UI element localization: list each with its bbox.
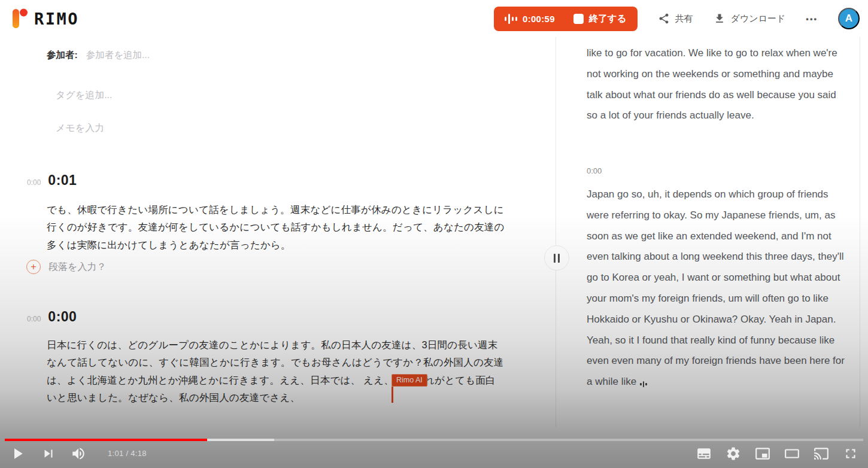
next-icon (41, 446, 56, 461)
transcript-paragraph-ja[interactable]: でも、休暇で行きたい場所について話をしましょう。週末などに仕事が休みのときにリラ… (47, 201, 505, 254)
stop-recording-button[interactable]: 0:00:59 終了する (494, 7, 638, 31)
participants-row: 参加者: 参加者を追加... (47, 49, 150, 62)
play-button[interactable] (8, 445, 26, 463)
more-options-button[interactable]: ••• (806, 14, 818, 23)
rimo-logo-icon (10, 6, 29, 31)
fullscreen-button[interactable] (843, 446, 858, 461)
cast-icon (814, 446, 829, 461)
miniplayer-button[interactable] (755, 446, 770, 461)
transcript-paragraph-en[interactable]: like to go for vacation. We like to go t… (587, 43, 845, 126)
miniplayer-icon (755, 446, 770, 461)
segment-start-time: 0:00 (27, 315, 41, 323)
theater-icon (784, 446, 800, 461)
video-frame: RIMO 0:00:59 終了する 共有 ダウンロード •• (0, 0, 868, 468)
stop-icon (573, 14, 584, 24)
segment-time[interactable]: 0:01 (48, 172, 77, 189)
download-icon (714, 13, 726, 25)
volume-icon (71, 446, 86, 461)
download-button[interactable]: ダウンロード (714, 13, 786, 25)
download-label: ダウンロード (731, 13, 786, 25)
participants-label: 参加者: (47, 49, 78, 62)
recording-elapsed-time: 0:00:59 (523, 14, 555, 24)
panel-resize-handle[interactable] (544, 245, 569, 271)
share-label: 共有 (675, 13, 693, 25)
transcript-body-text: Japan go so, uh, it depends on which gro… (587, 189, 845, 387)
volume-button[interactable] (71, 446, 86, 461)
brand-name: RIMO (34, 10, 79, 28)
gear-icon (726, 446, 741, 461)
transcript-paragraph-en[interactable]: Japan go so, uh, it depends on which gro… (587, 184, 845, 393)
memo-input[interactable]: メモを入力 (56, 122, 104, 135)
transcript-paragraph-ja[interactable]: 日本に行くのは、どのグループの友達のことかによります。私の日本人の友達は、3日間… (47, 336, 505, 407)
theater-mode-button[interactable] (784, 446, 800, 461)
next-button[interactable] (41, 446, 56, 461)
segment-timestamp: 0:00 0:00 (27, 309, 77, 325)
player-controls: 1:01 / 4:18 (0, 441, 868, 468)
segment-start-time: 0:00 (27, 178, 41, 187)
player-controls-right (696, 446, 858, 461)
add-paragraph-button[interactable]: + 段落を入力？ (26, 260, 106, 274)
segment-time[interactable]: 0:00 (48, 309, 77, 325)
rimo-ai-caret (391, 387, 393, 403)
plus-icon: + (26, 260, 41, 274)
rimo-logo: RIMO (10, 6, 79, 31)
player-controls-left: 1:01 / 4:18 (8, 445, 147, 463)
header-actions: 0:00:59 終了する 共有 ダウンロード ••• A (494, 7, 860, 31)
play-icon (8, 445, 26, 463)
time-display: 1:01 / 4:18 (108, 449, 147, 458)
cast-button[interactable] (814, 446, 829, 461)
add-paragraph-label: 段落を入力？ (48, 261, 106, 273)
transcribing-indicator-icon (640, 381, 647, 387)
rimo-ai-cursor-flag: Rimo AI (391, 374, 427, 387)
fullscreen-icon (843, 446, 858, 461)
subtitles-icon (696, 446, 712, 461)
stop-recording-label: 終了する (589, 13, 627, 25)
subtitles-button[interactable] (696, 446, 712, 461)
settings-button[interactable] (726, 446, 741, 461)
recording-waveform-icon (505, 14, 517, 24)
tag-input[interactable]: タグを追加... (56, 89, 112, 102)
share-icon (658, 13, 670, 25)
participants-input[interactable]: 参加者を追加... (86, 49, 150, 62)
share-button[interactable]: 共有 (658, 13, 693, 25)
app-header: RIMO 0:00:59 終了する 共有 ダウンロード •• (0, 0, 868, 37)
user-avatar[interactable]: A (838, 8, 860, 29)
segment-timestamp: 0:00 0:01 (27, 172, 77, 189)
transcript-time-label: 0:00 (587, 166, 602, 175)
